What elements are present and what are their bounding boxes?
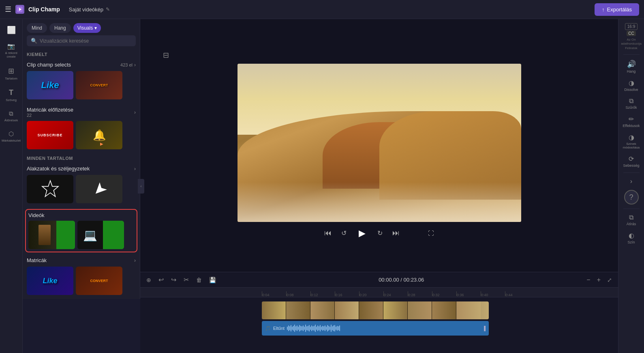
- category-clip-champ-selects[interactable]: Clip champ selects 423 el ›: [23, 58, 140, 69]
- right-panel-color2[interactable]: ◐ Szín: [620, 229, 643, 247]
- thumb-sticker-convert[interactable]: CONVERT: [76, 267, 122, 295]
- sidebar-item-record[interactable]: 📷 & rekordcreate: [1, 39, 21, 62]
- right-panel-hang[interactable]: 🔊 Hang: [620, 57, 643, 76]
- branding-icon: ⬡: [9, 130, 14, 138]
- audio-track-clip[interactable]: 🎵 Eltűnt: [262, 321, 489, 336]
- zoom-controls: − + ⤢: [584, 275, 614, 285]
- filters-icon: ⧉: [629, 97, 633, 105]
- right-panel-filters[interactable]: ⧉ Szűrők: [620, 95, 643, 112]
- playback-controls: ⏮ ↺ ▶ ↻ ⏭ ⛶: [323, 226, 436, 241]
- category-stickers[interactable]: Matricák ›: [23, 254, 140, 265]
- timeline-time-display: 00:00.00 / 00:23.06: [379, 277, 424, 283]
- center-area: ⊟ ⏮ ↺ ▶ ↻ ⏭ ⛶: [140, 19, 618, 353]
- aspect-label: Az OnadathordozójaFeliratok: [621, 38, 642, 50]
- right-panel-color[interactable]: ◑ Színek módosítása: [620, 131, 643, 152]
- aspect-ratio-display[interactable]: 16:9: [625, 23, 638, 30]
- right-panel-effects[interactable]: ✏ Effektusok: [620, 113, 643, 130]
- video-track-content[interactable]: [262, 301, 618, 320]
- chevron-right-icon-3: ›: [134, 166, 136, 172]
- clip-champ-selects-thumbs: Like CONVERT: [23, 69, 140, 103]
- app-title: Clip Champ: [28, 6, 60, 13]
- save-button[interactable]: 💾: [207, 276, 218, 284]
- cut-button[interactable]: ✂: [182, 275, 191, 285]
- video-thumb-2[interactable]: 💻 ☞: [77, 221, 124, 249]
- hamburger-icon[interactable]: ☰: [5, 5, 11, 14]
- category-stickers-subscription[interactable]: Matricák előfizetése 22 ›: [23, 103, 140, 119]
- edit-icon: ✎: [106, 6, 110, 12]
- redo-button[interactable]: ↪: [169, 275, 178, 285]
- audio-note-icon: 🎵: [265, 326, 271, 331]
- chevron-right-icon: ›: [134, 62, 136, 68]
- fullscreen-button[interactable]: ⛶: [426, 228, 436, 238]
- audio-track-row: 🎵 Eltűnt: [140, 320, 618, 340]
- topbar-right: ↑ Exportálás: [595, 3, 639, 16]
- sidebar-item-branding[interactable]: ⬡ Márkakészlet: [1, 127, 21, 146]
- export-up-icon: ↑: [602, 6, 605, 13]
- dissolve-icon: ◑: [629, 79, 634, 87]
- svg-marker-2: [42, 181, 58, 196]
- search-box[interactable]: 🔍: [27, 35, 136, 46]
- timeline-area: ⊕ ↩ ↪ ✂ 🗑 💾 00:00.00 / 00:23.06 − + ⤢ 0:…: [140, 272, 618, 353]
- speed-icon: ⟳: [629, 155, 634, 163]
- sidebar-item-transitions[interactable]: ⧉ Átűnések: [1, 107, 21, 125]
- zoom-in-button[interactable]: +: [595, 275, 603, 285]
- topbar: ☰ Clip Champ Saját videókép ✎ ↑ Exportál…: [0, 0, 644, 19]
- thumb-arrow[interactable]: ➤: [76, 175, 122, 203]
- sidebar-item-text[interactable]: T Szöveg: [1, 85, 21, 105]
- panel-collapse-button[interactable]: ‹: [138, 179, 144, 194]
- video-thumb-1[interactable]: [28, 221, 75, 249]
- cursor-hand-icon: ☞: [112, 235, 122, 248]
- fit-button[interactable]: ⤢: [605, 276, 614, 284]
- thumb-bell[interactable]: 🔔 ▶: [76, 121, 122, 149]
- export-button[interactable]: ↑ Exportálás: [595, 3, 639, 16]
- play-button[interactable]: ▶: [355, 226, 369, 241]
- filter-visuals[interactable]: Visuals ▾: [73, 23, 101, 33]
- app-logo: [15, 5, 24, 14]
- filter-mind[interactable]: Mind: [27, 23, 47, 33]
- fast-forward-button[interactable]: ↻: [376, 228, 384, 239]
- color-icon: ◑: [629, 133, 634, 141]
- timeline-ruler: 0:04 0:08 0:12 0:16 0:20 0:24 0:28 0:32 …: [140, 288, 618, 297]
- zoom-out-button[interactable]: −: [584, 275, 592, 285]
- video-track-clip[interactable]: [262, 301, 489, 319]
- thumb-subscribe[interactable]: SUBSCRIBE: [27, 121, 73, 149]
- preview-captions-icon[interactable]: ⊟: [163, 51, 169, 60]
- media-icon: ⬜: [7, 26, 16, 34]
- sidebar-item-content[interactable]: ⊞ Tartalom: [1, 63, 21, 84]
- record-icon: 📷: [7, 43, 15, 50]
- featured-label: Kiemelt: [23, 50, 140, 58]
- thumb-like[interactable]: Like: [27, 71, 73, 99]
- thumb-star[interactable]: [27, 175, 73, 203]
- shapes-thumbs: ➤: [23, 173, 140, 207]
- chevron-right-icon-2: ›: [134, 110, 136, 115]
- thumb-convert[interactable]: CONVERT: [76, 71, 122, 99]
- search-input[interactable]: [40, 38, 132, 44]
- videos-section: Videók 💻 ☞: [25, 209, 137, 252]
- video-preview: [237, 64, 521, 222]
- category-shapes[interactable]: Alakzatok és széljegyzetek ›: [23, 162, 140, 173]
- cc-button[interactable]: CC: [627, 31, 635, 36]
- filter-hang[interactable]: Hang: [49, 23, 71, 33]
- content-panel: Mind Hang Visuals ▾ 🔍 Kiemelt Clip champ…: [23, 19, 140, 299]
- magnet-tool-button[interactable]: ⊕: [144, 276, 153, 284]
- volume-icon: 🔊: [627, 60, 636, 69]
- sidebar-item-media[interactable]: ⬜: [1, 22, 21, 38]
- undo-button[interactable]: ↩: [156, 275, 166, 285]
- right-panel-dissolve[interactable]: ◑ Dissolve: [620, 77, 643, 94]
- left-icon-bar: ⬜ 📷 & rekordcreate ⊞ Tartalom T Szöveg ⧉…: [0, 19, 23, 353]
- chevron-right-icon-4: ›: [134, 258, 136, 263]
- thumb-sticker-like[interactable]: Like: [27, 267, 73, 295]
- delete-button[interactable]: 🗑: [194, 276, 204, 284]
- audio-track-content[interactable]: 🎵 Eltűnt: [262, 320, 618, 340]
- timeline-toolbar: ⊕ ↩ ↪ ✂ 🗑 💾 00:00.00 / 00:23.06 − + ⤢: [140, 272, 618, 288]
- right-panel-collapse[interactable]: ›: [620, 175, 643, 187]
- project-name[interactable]: Saját videókép ✎: [69, 6, 110, 13]
- content-panel-wrapper: Mind Hang Visuals ▾ 🔍 Kiemelt Clip champ…: [23, 19, 140, 353]
- transitions-icon: ⧉: [9, 110, 13, 117]
- right-panel-speed[interactable]: ⟳ Sebesség: [620, 153, 643, 170]
- rewind-button[interactable]: ↺: [340, 228, 348, 239]
- right-panel-transition[interactable]: ⧉ Átírás: [620, 211, 643, 228]
- skip-forward-button[interactable]: ⏭: [391, 227, 401, 239]
- help-button[interactable]: ?: [624, 190, 639, 204]
- skip-back-button[interactable]: ⏮: [323, 227, 333, 239]
